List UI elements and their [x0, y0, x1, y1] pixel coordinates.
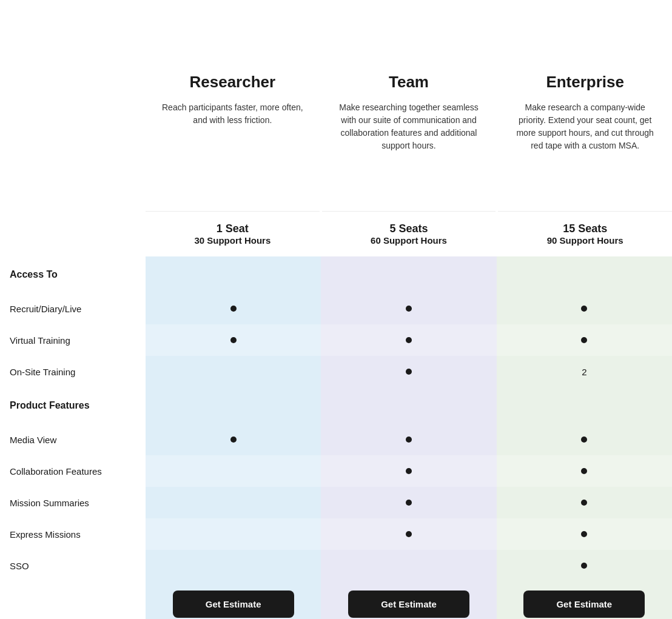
enterprise-button-cell: Get Estimate	[497, 581, 672, 619]
recruit-researcher	[146, 293, 321, 324]
media-view-label: Media View	[0, 424, 146, 455]
recruit-label: Recruit/Diary/Live	[0, 293, 146, 324]
collaboration-label: Collaboration Features	[0, 455, 146, 487]
access-header-researcher	[146, 256, 321, 293]
enterprise-header: Enterprise Make research a company-wide …	[498, 53, 672, 211]
page-container: Researcher Reach participants faster, mo…	[0, 0, 672, 619]
row-onsite-training: On-Site Training 2	[0, 356, 672, 387]
sso-label: SSO	[0, 550, 146, 581]
access-to-label: Access To	[0, 256, 146, 293]
access-to-section-header: Access To	[0, 256, 672, 293]
plan-team: Team Make researching together seamless …	[322, 53, 496, 256]
recruit-enterprise	[497, 293, 672, 324]
team-desc: Make researching together seamless with …	[337, 101, 482, 152]
product-features-section-header: Product Features	[0, 387, 672, 424]
express-researcher	[146, 518, 321, 550]
dot-virtual-team	[406, 337, 412, 343]
button-label-spacer	[0, 581, 146, 619]
media-researcher	[146, 424, 321, 455]
dot-virtual-researcher	[230, 337, 237, 343]
express-missions-label: Express Missions	[0, 518, 146, 550]
team-get-estimate-button[interactable]: Get Estimate	[348, 591, 469, 618]
plan-headers: Researcher Reach participants faster, mo…	[146, 53, 672, 256]
virtual-enterprise	[497, 324, 672, 356]
dot-collab-enterprise	[581, 468, 587, 474]
team-seats: 5 Seats 60 Support Hours	[322, 211, 496, 256]
media-team	[321, 424, 496, 455]
enterprise-desc: Make research a company-wide priority. E…	[512, 101, 657, 152]
onsite-team	[321, 356, 496, 387]
express-enterprise	[497, 518, 672, 550]
mission-summaries-label: Mission Summaries	[0, 487, 146, 518]
access-header-team	[321, 256, 496, 293]
onsite-label: On-Site Training	[0, 356, 146, 387]
mission-researcher	[146, 487, 321, 518]
collaboration-team	[321, 455, 496, 487]
row-collaboration: Collaboration Features	[0, 455, 672, 487]
access-header-enterprise	[497, 256, 672, 293]
researcher-name: Researcher	[190, 73, 276, 92]
researcher-header: Researcher Reach participants faster, mo…	[146, 53, 320, 211]
enterprise-seats: 15 Seats 90 Support Hours	[498, 211, 672, 256]
button-row: Get Estimate Get Estimate Get Estimate	[0, 581, 672, 619]
dot-recruit-researcher	[230, 306, 237, 312]
dot-media-enterprise	[581, 437, 587, 443]
dot-sso-enterprise	[581, 563, 587, 569]
dot-onsite-team	[406, 369, 412, 375]
product-header-researcher	[146, 387, 321, 424]
onsite-researcher	[146, 356, 321, 387]
team-name: Team	[389, 73, 429, 92]
dot-virtual-enterprise	[581, 337, 587, 343]
team-hours: 60 Support Hours	[327, 235, 491, 246]
plan-researcher: Researcher Reach participants faster, mo…	[146, 53, 320, 256]
team-header: Team Make researching together seamless …	[322, 53, 496, 211]
express-team	[321, 518, 496, 550]
dot-collab-team	[406, 468, 412, 474]
researcher-desc: Reach participants faster, more often, a…	[160, 101, 305, 127]
team-seats-count: 5 Seats	[327, 223, 491, 235]
dot-mission-team	[406, 500, 412, 506]
dot-recruit-team	[406, 306, 412, 312]
sso-researcher	[146, 550, 321, 581]
enterprise-name: Enterprise	[546, 73, 624, 92]
row-mission-summaries: Mission Summaries	[0, 487, 672, 518]
enterprise-seats-count: 15 Seats	[503, 223, 667, 235]
product-header-enterprise	[497, 387, 672, 424]
row-recruit: Recruit/Diary/Live	[0, 293, 672, 324]
dot-express-enterprise	[581, 531, 587, 537]
collaboration-researcher	[146, 455, 321, 487]
row-media-view: Media View	[0, 424, 672, 455]
recruit-team	[321, 293, 496, 324]
dot-recruit-enterprise	[581, 306, 587, 312]
virtual-training-label: Virtual Training	[0, 324, 146, 356]
researcher-seats-count: 1 Seat	[150, 223, 315, 235]
sso-team	[321, 550, 496, 581]
collaboration-enterprise	[497, 455, 672, 487]
virtual-team	[321, 324, 496, 356]
onsite-enterprise: 2	[497, 356, 672, 387]
virtual-researcher	[146, 324, 321, 356]
row-sso: SSO	[0, 550, 672, 581]
mission-team	[321, 487, 496, 518]
product-header-team	[321, 387, 496, 424]
dot-mission-enterprise	[581, 500, 587, 506]
plan-enterprise: Enterprise Make research a company-wide …	[498, 53, 672, 256]
researcher-hours: 30 Support Hours	[150, 235, 315, 246]
media-enterprise	[497, 424, 672, 455]
researcher-seats: 1 Seat 30 Support Hours	[146, 211, 320, 256]
sso-enterprise	[497, 550, 672, 581]
researcher-button-cell: Get Estimate	[146, 581, 321, 619]
enterprise-hours: 90 Support Hours	[503, 235, 667, 246]
enterprise-get-estimate-button[interactable]: Get Estimate	[523, 591, 645, 618]
dot-media-team	[406, 437, 412, 443]
product-features-label: Product Features	[0, 387, 146, 424]
row-virtual-training: Virtual Training	[0, 324, 672, 356]
row-express-missions: Express Missions	[0, 518, 672, 550]
mission-enterprise	[497, 487, 672, 518]
team-button-cell: Get Estimate	[321, 581, 496, 619]
dot-express-team	[406, 531, 412, 537]
label-spacer	[0, 53, 146, 256]
dot-media-researcher	[230, 437, 237, 443]
researcher-get-estimate-button[interactable]: Get Estimate	[173, 591, 294, 618]
